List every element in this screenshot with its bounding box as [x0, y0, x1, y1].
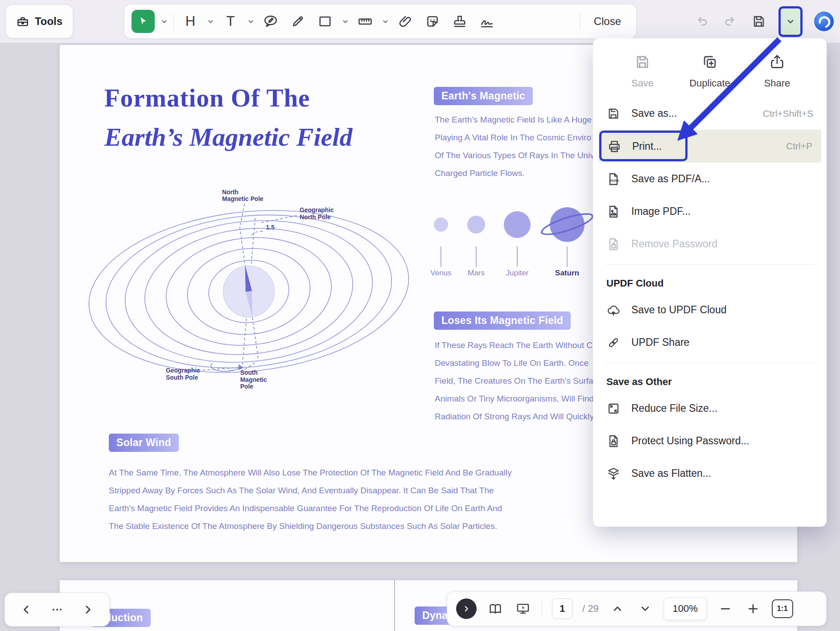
- svg-text:Pole: Pole: [240, 383, 253, 390]
- section-badge-loses: Loses Its Magnetic Field: [434, 311, 571, 330]
- chevron-down-icon[interactable]: [342, 18, 349, 25]
- menu-separator: [605, 363, 814, 363]
- menu-separator: [605, 264, 814, 265]
- paragraph-line: Stripped Away By Forces Such As The Sola…: [109, 482, 512, 500]
- planet-tick: [476, 246, 477, 267]
- redo-button[interactable]: [721, 12, 739, 30]
- paragraph-line: Animals Or Tiny Microorganisms, Will Fin…: [435, 390, 594, 408]
- menu-item-save-as[interactable]: Save as... Ctrl+Shift+S: [593, 97, 827, 130]
- sticker-tool-button[interactable]: [422, 11, 443, 32]
- signature-tool-button[interactable]: [476, 11, 498, 32]
- next-page-button[interactable]: [79, 601, 97, 619]
- chevron-down-icon[interactable]: [207, 18, 214, 25]
- menu-item-image-pdf[interactable]: Image PDF...: [593, 195, 827, 228]
- pdfa-icon: PDF/A: [606, 172, 621, 186]
- menu-item-label: Print...: [632, 140, 662, 152]
- plus-icon: [746, 602, 760, 615]
- ruler-icon: [357, 13, 373, 29]
- cloud-upload-icon: [606, 303, 621, 317]
- measure-tool-button[interactable]: [354, 11, 376, 32]
- protect-icon: [606, 434, 621, 448]
- menu-item-save-as-pdfa[interactable]: PDF/A Save as PDF/A...: [593, 163, 827, 195]
- pen-tool-button[interactable]: [287, 11, 309, 32]
- save-options-dropdown-button[interactable]: [778, 6, 803, 37]
- planet-mars: [467, 216, 485, 234]
- diagram-label-geo-south: Geographic: [166, 367, 200, 374]
- menu-item-remove-password[interactable]: Remove Password: [593, 228, 827, 260]
- menu-item-save-as-flatten[interactable]: Save as Flatten...: [593, 457, 827, 490]
- ellipsis-icon: [50, 603, 64, 616]
- reduce-size-icon: [606, 402, 621, 416]
- menu-item-protect-password[interactable]: Protect Using Password...: [593, 425, 827, 457]
- menu-item-label: UPDF Share: [631, 336, 689, 348]
- page-number-input[interactable]: 1: [552, 598, 572, 619]
- select-tool-button[interactable]: [132, 10, 155, 33]
- title-line-2: Earth’s Magnetic Field: [104, 122, 352, 152]
- attachment-tool-button[interactable]: [395, 11, 416, 32]
- actual-size-button[interactable]: 1:1: [772, 599, 793, 618]
- chevron-down-icon[interactable]: [247, 18, 254, 25]
- print-icon: [607, 139, 622, 153]
- close-button[interactable]: Close: [586, 15, 629, 28]
- menu-action-save[interactable]: Save: [614, 53, 671, 89]
- chevron-right-icon: [461, 604, 471, 614]
- menu-item-reduce-file-size[interactable]: Reduce File Size...: [593, 392, 827, 425]
- chevron-down-icon[interactable]: [161, 18, 168, 25]
- chevron-down-icon: [639, 602, 651, 615]
- paragraph-line: Devastating Blow To Life On Earth. Once: [435, 354, 594, 372]
- menu-item-updf-share[interactable]: UPDF Share: [593, 326, 827, 359]
- minus-icon: [719, 602, 732, 615]
- collapse-bar-button[interactable]: [456, 598, 477, 619]
- section-badge-magnetic: Earth's Magnetic: [434, 87, 533, 105]
- tools-button[interactable]: Tools: [5, 4, 73, 38]
- paragraph-line: Earth's Magnetic Field Provides An Indis…: [109, 500, 512, 517]
- planet-jupiter: [504, 211, 531, 238]
- toolbar-right-group: [693, 0, 835, 43]
- comment-icon: [263, 13, 279, 29]
- flatten-icon: [606, 467, 621, 481]
- diagram-label-tilt-angle: 1.5: [266, 224, 275, 231]
- menu-item-label: Remove Password: [631, 238, 717, 250]
- menu-action-duplicate[interactable]: Duplicate: [681, 53, 739, 89]
- planet-venus: [434, 217, 448, 232]
- menu-item-label: Save as Flatten...: [631, 467, 711, 479]
- more-options-button[interactable]: [48, 601, 66, 619]
- menu-item-print[interactable]: Print... Ctrl+P: [598, 130, 821, 163]
- presentation-mode-button[interactable]: [514, 600, 532, 618]
- menu-item-save-to-cloud[interactable]: Save to UPDF Cloud: [593, 294, 827, 326]
- signature-icon: [479, 13, 495, 29]
- save-button[interactable]: [750, 12, 768, 30]
- save-icon: [751, 14, 766, 29]
- comment-tool-button[interactable]: [260, 11, 281, 32]
- zoom-out-button[interactable]: [716, 600, 734, 618]
- zoom-level-display[interactable]: 100%: [664, 598, 707, 620]
- heading-tool-button[interactable]: H: [180, 11, 201, 32]
- chevron-down-icon: [786, 16, 795, 26]
- updf-logo[interactable]: [813, 11, 835, 32]
- paragraph-line: Field, The Creatures On The Earth's Surf…: [435, 372, 594, 390]
- top-toolbar: Tools H T: [0, 0, 840, 43]
- heading-icon: H: [185, 13, 195, 29]
- page-up-button[interactable]: [609, 600, 626, 618]
- planet-tick: [441, 246, 441, 267]
- sticker-icon: [424, 13, 441, 29]
- reading-mode-button[interactable]: [486, 600, 504, 618]
- menu-action-share[interactable]: Share: [748, 53, 806, 89]
- toolbar-divider: [580, 13, 580, 30]
- text-tool-button[interactable]: T: [220, 11, 241, 32]
- svg-text:PDF/A: PDF/A: [610, 179, 619, 182]
- menu-section-updf-cloud: UPDF Cloud: [593, 269, 827, 294]
- paragraph-line: At The Same Time, The Atmosphere Will Al…: [109, 464, 512, 482]
- toolbar-divider: [173, 13, 174, 30]
- column-divider: [394, 580, 395, 631]
- undo-button[interactable]: [693, 12, 711, 30]
- prev-page-button[interactable]: [17, 601, 35, 619]
- paragraph-line: Radiation Of Strong Rays And Will Quickl…: [435, 408, 594, 426]
- zoom-in-button[interactable]: [744, 600, 762, 618]
- page-down-button[interactable]: [636, 600, 654, 618]
- pen-icon: [290, 13, 306, 29]
- stamp-tool-button[interactable]: [449, 11, 470, 32]
- tools-label: Tools: [35, 15, 62, 28]
- chevron-down-icon[interactable]: [382, 18, 389, 25]
- shape-tool-button[interactable]: [314, 11, 336, 32]
